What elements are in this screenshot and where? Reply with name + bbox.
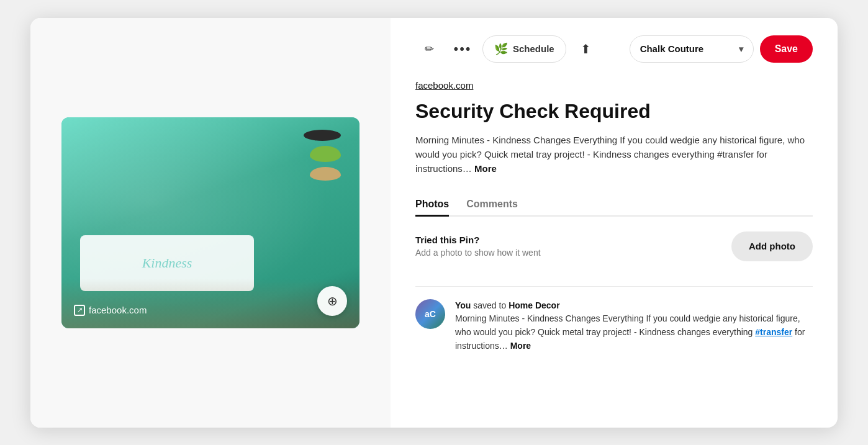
add-photo-label: Add photo [749, 241, 795, 251]
tab-comments[interactable]: Comments [466, 194, 518, 217]
activity-item: aC You saved to Home Decor Morning Minut… [415, 299, 813, 353]
more-link[interactable]: More [474, 163, 497, 174]
green-bowl [310, 146, 341, 162]
arrow-icon: ↗ [74, 305, 85, 316]
more-icon: ••• [453, 41, 471, 57]
image-panel: Kindness ↗ facebook.com ⊕ [30, 18, 391, 428]
save-label: Save [775, 43, 798, 54]
pin-image: Kindness ↗ facebook.com ⊕ [61, 117, 359, 328]
cta-subtitle: Add a photo to show how it went [415, 248, 541, 258]
add-photo-button[interactable]: Add photo [731, 231, 813, 261]
tabs: Photos Comments [415, 194, 813, 217]
board-selector[interactable]: Chalk Couture ▾ [630, 35, 754, 63]
image-source-link: ↗ facebook.com [74, 305, 147, 316]
tab-comments-label: Comments [466, 199, 518, 209]
tan-bowl [310, 167, 341, 181]
divider [415, 286, 813, 287]
tray-text: Kindness [142, 255, 192, 271]
image-fb-label: facebook.com [89, 305, 147, 315]
save-button[interactable]: Save [760, 35, 813, 63]
schedule-icon: 🌿 [494, 42, 508, 56]
activity-text: You saved to Home Decor Morning Minutes … [455, 299, 813, 353]
photos-cta: Tried this Pin? Add a photo to show how … [415, 231, 813, 261]
upload-button[interactable]: ⬆ [572, 35, 600, 63]
pin-image-wrapper: Kindness ↗ facebook.com ⊕ [61, 117, 359, 328]
info-panel: ✏ ••• 🌿 Schedule ⬆ Chalk Couture ▾ Save … [391, 18, 838, 428]
activity-board: Home Decor [509, 300, 559, 310]
cta-title: Tried this Pin? [415, 235, 541, 245]
edit-button[interactable]: ✏ [415, 35, 443, 63]
schedule-button[interactable]: 🌿 Schedule [482, 35, 566, 63]
activity-more-link[interactable]: More [510, 341, 531, 351]
photos-cta-text: Tried this Pin? Add a photo to show how … [415, 235, 541, 258]
chevron-down-icon: ▾ [739, 44, 743, 54]
tab-photos[interactable]: Photos [415, 194, 449, 217]
transfer-link[interactable]: #transfer [755, 327, 792, 337]
edit-icon: ✏ [425, 42, 434, 56]
upload-icon: ⬆ [581, 42, 591, 56]
activity-description: Morning Minutes - Kindness Changes Every… [455, 313, 800, 337]
pin-title: Security Check Required [415, 99, 813, 123]
zoom-button[interactable]: ⊕ [317, 286, 347, 316]
more-button[interactable]: ••• [449, 35, 476, 63]
toolbar: ✏ ••• 🌿 Schedule ⬆ Chalk Couture ▾ Save [415, 35, 813, 63]
activity-saved-to: saved to [473, 300, 509, 310]
dark-tray [304, 130, 341, 141]
activity-user: You [455, 300, 471, 310]
board-name: Chalk Couture [640, 43, 704, 54]
source-url[interactable]: facebook.com [415, 80, 813, 91]
avatar: aC [415, 299, 445, 329]
schedule-label: Schedule [513, 43, 554, 54]
zoom-icon: ⊕ [327, 294, 338, 308]
pin-modal: Kindness ↗ facebook.com ⊕ ✏ [30, 18, 838, 428]
craft-items [304, 130, 341, 181]
tab-photos-label: Photos [415, 199, 449, 209]
avatar-letters: aC [425, 309, 436, 319]
pin-description: Morning Minutes - Kindness Changes Every… [415, 133, 813, 176]
hands-area [61, 279, 359, 328]
